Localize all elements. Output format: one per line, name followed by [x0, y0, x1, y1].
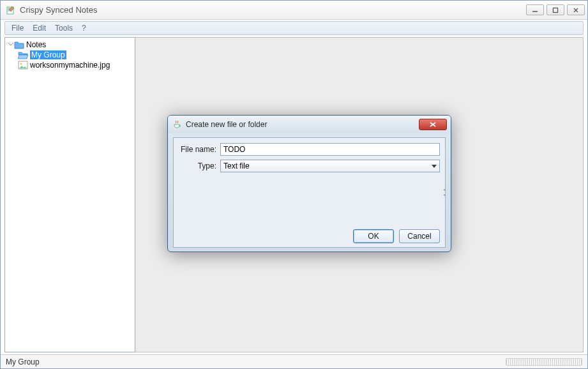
type-value: Text file: [223, 162, 250, 170]
image-file-icon: [18, 61, 28, 70]
filename-input[interactable]: [220, 143, 440, 156]
menubar: File Edit Tools ?: [4, 21, 584, 35]
dialog-body: File name: Type: Text file OK Cancel: [173, 137, 446, 248]
tree-label: Notes: [26, 40, 46, 49]
status-grip: [506, 358, 582, 366]
filename-label: File name:: [179, 145, 220, 154]
type-combobox[interactable]: Text file: [220, 160, 440, 172]
window-controls: [524, 4, 585, 15]
tree-item-my-group[interactable]: My Group: [6, 50, 133, 60]
tree-label: worksonmymachine.jpg: [30, 61, 110, 70]
cancel-button[interactable]: Cancel: [399, 229, 440, 243]
type-row: Type: Text file: [179, 160, 440, 172]
filename-row: File name:: [179, 143, 440, 156]
minimize-button[interactable]: [526, 4, 544, 15]
java-cup-icon: [172, 119, 182, 130]
folder-icon: [14, 40, 24, 49]
statusbar: My Group: [1, 354, 587, 368]
tree-item-image-file[interactable]: worksonmymachine.jpg: [6, 60, 133, 70]
ok-button[interactable]: OK: [353, 229, 394, 243]
maximize-button[interactable]: [547, 4, 564, 15]
tree-root-notes[interactable]: Notes: [6, 40, 133, 50]
svg-rect-2: [554, 8, 558, 12]
close-button[interactable]: [567, 4, 585, 15]
folder-open-icon: [18, 50, 28, 59]
dialog-close-button[interactable]: [419, 119, 447, 130]
window-titlebar: Crispy Synced Notes: [1, 1, 587, 20]
menu-tools[interactable]: Tools: [51, 22, 77, 34]
status-text: My Group: [6, 358, 506, 366]
menu-file[interactable]: File: [8, 22, 27, 34]
app-icon: [6, 5, 16, 15]
chevron-down-icon: [432, 165, 437, 168]
tree-label-selected: My Group: [30, 50, 66, 59]
dialog-window: Create new file or folder File name: Typ…: [167, 115, 451, 252]
tree-sidebar: Notes My Group: [4, 37, 135, 352]
svg-point-4: [20, 63, 22, 65]
window-title: Crispy Synced Notes: [20, 5, 524, 15]
dialog-resize-grip[interactable]: [444, 184, 447, 202]
dialog-title: Create new file or folder: [186, 120, 419, 129]
menu-help[interactable]: ?: [78, 22, 90, 34]
create-dialog: Create new file or folder File name: Typ…: [167, 115, 451, 252]
dialog-titlebar[interactable]: Create new file or folder: [168, 116, 451, 133]
menu-edit[interactable]: Edit: [29, 22, 50, 34]
tree-toggle-icon[interactable]: [6, 40, 14, 49]
type-label: Type:: [179, 162, 220, 170]
dialog-button-row: OK Cancel: [179, 228, 440, 243]
